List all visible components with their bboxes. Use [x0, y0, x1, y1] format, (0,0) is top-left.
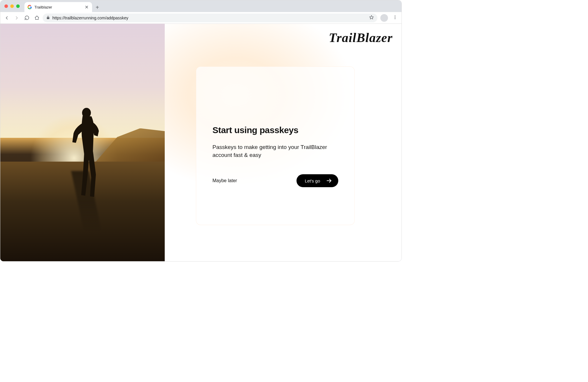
tab-strip: Trailblazer ✕ + — [0, 0, 402, 12]
google-favicon — [27, 5, 32, 9]
card-heading: Start using passkeys — [212, 125, 338, 135]
lets-go-button[interactable]: Let's go — [297, 174, 338, 187]
profile-avatar[interactable] — [380, 14, 388, 22]
browser-toolbar: https://trailblazerrunning.com/addpasske… — [0, 12, 402, 24]
arrow-right-icon — [326, 177, 332, 184]
address-bar[interactable]: https://trailblazerrunning.com/addpasske… — [43, 14, 377, 22]
url-text: https://trailblazerrunning.com/addpasske… — [52, 16, 367, 20]
tab-close-button[interactable]: ✕ — [84, 4, 89, 10]
browser-tab[interactable]: Trailblazer ✕ — [24, 2, 92, 12]
svg-point-2 — [395, 17, 396, 18]
home-button[interactable] — [33, 14, 41, 22]
window-controls — [3, 0, 23, 12]
tab-title: Trailblazer — [34, 5, 84, 9]
right-panel: TrailBlazer Start using passkeys Passkey… — [165, 24, 402, 261]
passkey-card: Start using passkeys Passkeys to make ge… — [196, 66, 355, 225]
runner-silhouette — [69, 107, 105, 201]
svg-marker-0 — [369, 15, 373, 19]
bookmark-star-icon[interactable] — [369, 15, 374, 21]
browser-window: Trailblazer ✕ + https://trailblazerrunni… — [0, 0, 402, 262]
window-zoom-dot[interactable] — [16, 4, 20, 8]
hero-image — [0, 24, 165, 261]
window-minimize-dot[interactable] — [10, 4, 14, 8]
back-button[interactable] — [3, 14, 11, 22]
card-actions: Maybe later Let's go — [212, 174, 338, 187]
lets-go-label: Let's go — [305, 178, 320, 183]
window-close-dot[interactable] — [4, 4, 8, 8]
maybe-later-link[interactable]: Maybe later — [212, 178, 237, 183]
brand-logo: TrailBlazer — [329, 30, 393, 45]
new-tab-button[interactable]: + — [92, 3, 103, 12]
page-content: TrailBlazer Start using passkeys Passkey… — [0, 24, 402, 261]
browser-menu-button[interactable] — [391, 15, 399, 21]
card-description: Passkeys to make getting into your Trail… — [212, 143, 338, 159]
reload-button[interactable] — [23, 14, 31, 22]
forward-button[interactable] — [13, 14, 21, 22]
svg-point-3 — [395, 18, 396, 19]
svg-point-1 — [395, 16, 396, 16]
lock-icon — [46, 16, 50, 20]
